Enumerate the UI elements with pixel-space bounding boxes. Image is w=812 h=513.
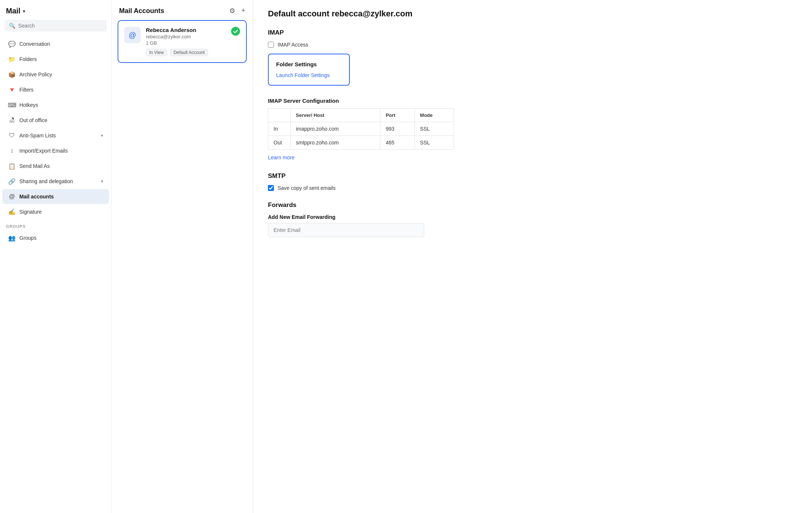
sidebar: Mail ▾ 🔍 Search 💬Conversation📁Folders📦Ar…: [0, 0, 112, 513]
search-icon: 🔍: [9, 23, 15, 29]
account-card[interactable]: @ Rebecca Anderson rebecca@zylker.com 1 …: [118, 20, 247, 63]
signature-icon: ✍: [8, 208, 16, 216]
anti-spam-icon: 🛡: [8, 132, 16, 139]
sidebar-item-folders[interactable]: 📁Folders: [2, 52, 109, 67]
sidebar-item-label: Sharing and delegation: [19, 178, 73, 184]
settings-icon[interactable]: ⚙: [229, 7, 235, 15]
sidebar-item-out-of-office[interactable]: 🏖Out of office: [2, 113, 109, 128]
tag-in-view: In View: [146, 49, 167, 56]
sidebar-item-label: Groups: [19, 235, 36, 241]
sidebar-item-anti-spam[interactable]: 🛡Anti-Spam Lists▾: [2, 128, 109, 143]
sidebar-item-send-mail-as[interactable]: 📋Send Mail As: [2, 159, 109, 173]
import-export-icon: ↕: [8, 147, 16, 154]
hotkeys-icon: ⌨: [8, 101, 16, 109]
row-direction: Out: [268, 136, 291, 150]
nav-items: 💬Conversation📁Folders📦Archive Policy🔻Fil…: [0, 36, 111, 220]
sidebar-item-label: Archive Policy: [19, 71, 52, 77]
launch-folder-settings-link[interactable]: Launch Folder Settings: [276, 72, 330, 78]
conversation-icon: 💬: [8, 40, 16, 48]
page-title: Default account rebecca@zylker.com: [268, 9, 797, 19]
groups-label: GROUPS: [0, 220, 111, 230]
imap-access-checkbox[interactable]: [268, 42, 274, 48]
middle-panel-title: Mail Accounts: [119, 7, 164, 15]
chevron-icon: ▾: [101, 133, 103, 138]
folders-icon: 📁: [8, 55, 16, 63]
row-mode: SSL: [415, 122, 454, 136]
add-forwarding-label: Add New Email Forwarding: [268, 214, 797, 220]
imap-table-body: In imappro.zoho.com 993 SSL Out smtppro.…: [268, 122, 454, 150]
sidebar-item-label: Signature: [19, 209, 42, 215]
sidebar-item-conversation[interactable]: 💬Conversation: [2, 36, 109, 51]
sidebar-item-label: Conversation: [19, 41, 50, 47]
main-content: Default account rebecca@zylker.com IMAP …: [253, 0, 812, 513]
middle-panel-icons: ⚙ +: [229, 7, 245, 15]
sidebar-item-label: Import/Export Emails: [19, 148, 68, 154]
account-email: rebecca@zylker.com: [146, 34, 226, 39]
middle-panel: Mail Accounts ⚙ + @ Rebecca Anderson reb…: [112, 0, 253, 513]
filters-icon: 🔻: [8, 86, 16, 93]
account-name: Rebecca Anderson: [146, 27, 226, 33]
app-title-chevron: ▾: [23, 8, 25, 14]
forwards-section-title: Forwards: [268, 201, 797, 209]
imap-section-title: IMAP: [268, 29, 797, 36]
mail-accounts-icon: @: [8, 193, 16, 200]
svg-point-0: [231, 27, 240, 36]
app-header[interactable]: Mail ▾: [0, 0, 111, 20]
avatar: @: [124, 27, 141, 43]
folder-settings-box: Folder Settings Launch Folder Settings: [268, 54, 350, 86]
row-direction: In: [268, 122, 291, 136]
account-storage: 1 GB: [146, 40, 226, 46]
sidebar-item-signature[interactable]: ✍Signature: [2, 204, 109, 219]
add-account-icon[interactable]: +: [241, 7, 245, 15]
account-info: Rebecca Anderson rebecca@zylker.com 1 GB…: [146, 27, 226, 56]
sidebar-item-hotkeys[interactable]: ⌨Hotkeys: [2, 98, 109, 112]
sidebar-item-label: Anti-Spam Lists: [19, 133, 56, 138]
forwarding-email-input[interactable]: [268, 223, 424, 237]
sidebar-item-mail-accounts[interactable]: @Mail accounts: [2, 189, 109, 204]
sidebar-item-groups[interactable]: 👥Groups: [2, 230, 109, 245]
search-placeholder: Search: [18, 23, 35, 29]
sidebar-item-label: Out of office: [19, 117, 47, 123]
sharing-delegation-icon: 🔗: [8, 178, 16, 185]
smtp-section: SMTP Save copy of sent emails: [268, 172, 797, 191]
save-copy-label[interactable]: Save copy of sent emails: [278, 185, 336, 191]
groups-items: 👥Groups: [0, 230, 111, 246]
table-header-mode: Mode: [415, 109, 454, 122]
account-tags: In View Default Account: [146, 49, 226, 56]
table-row: In imappro.zoho.com 993 SSL: [268, 122, 454, 136]
sidebar-item-sharing-delegation[interactable]: 🔗Sharing and delegation▾: [2, 174, 109, 189]
send-mail-as-icon: 📋: [8, 162, 16, 170]
table-header-port: Port: [380, 109, 415, 122]
folder-settings-title: Folder Settings: [276, 61, 342, 67]
imap-section: IMAP IMAP Access Folder Settings Launch …: [268, 29, 797, 86]
save-copy-checkbox[interactable]: [268, 185, 274, 191]
archive-policy-icon: 📦: [8, 71, 16, 78]
account-verified-icon: [231, 27, 240, 38]
sidebar-item-label: Mail accounts: [19, 194, 54, 200]
app-title: Mail: [6, 7, 20, 15]
middle-panel-header: Mail Accounts ⚙ +: [112, 0, 253, 20]
smtp-section-title: SMTP: [268, 172, 797, 180]
imap-config-title: IMAP Server Configuration: [268, 98, 797, 104]
table-header-host: Server/ Host: [291, 109, 380, 122]
tag-default-account: Default Account: [170, 49, 208, 56]
row-host: imappro.zoho.com: [291, 122, 380, 136]
imap-server-config-section: IMAP Server Configuration Server/ Host P…: [268, 98, 797, 160]
sidebar-item-label: Send Mail As: [19, 163, 50, 169]
sidebar-item-label: Folders: [19, 56, 37, 62]
out-of-office-icon: 🏖: [8, 117, 16, 124]
sidebar-item-filters[interactable]: 🔻Filters: [2, 82, 109, 97]
sidebar-item-archive-policy[interactable]: 📦Archive Policy: [2, 67, 109, 82]
table-row: Out smtppro.zoho.com 465 SSL: [268, 136, 454, 150]
sidebar-item-label: Hotkeys: [19, 102, 38, 108]
row-host: smtppro.zoho.com: [291, 136, 380, 150]
table-header-empty: [268, 109, 291, 122]
sidebar-item-import-export[interactable]: ↕Import/Export Emails: [2, 143, 109, 158]
search-bar[interactable]: 🔍 Search: [4, 20, 107, 32]
row-port: 993: [380, 122, 415, 136]
row-mode: SSL: [415, 136, 454, 150]
sidebar-item-label: Filters: [19, 87, 33, 93]
row-port: 465: [380, 136, 415, 150]
imap-access-label[interactable]: IMAP Access: [278, 42, 308, 48]
learn-more-link[interactable]: Learn more: [268, 154, 295, 160]
